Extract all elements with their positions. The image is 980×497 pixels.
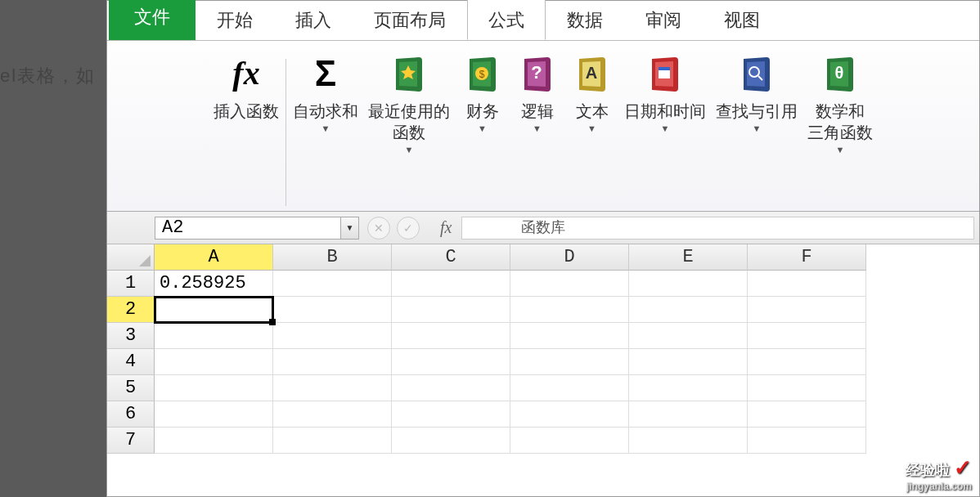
insert-function-label: 插入函数 bbox=[214, 101, 279, 122]
cell-c6[interactable] bbox=[392, 401, 510, 428]
cell-f3[interactable] bbox=[748, 323, 866, 349]
cell-b6[interactable] bbox=[273, 401, 392, 428]
row-header-4[interactable]: 4 bbox=[107, 349, 155, 375]
recent-label: 最近使用的 函数 bbox=[368, 101, 450, 143]
tab-insert[interactable]: 插入 bbox=[274, 0, 353, 40]
cell-c3[interactable] bbox=[392, 323, 510, 349]
cell-f1[interactable] bbox=[748, 271, 866, 297]
datetime-button[interactable]: 日期和时间 ▼ bbox=[619, 51, 711, 133]
text-button[interactable]: A 文本 ▼ bbox=[564, 51, 619, 133]
row-header-1[interactable]: 1 bbox=[107, 271, 155, 297]
cell-b1[interactable] bbox=[273, 271, 392, 297]
cell-b3[interactable] bbox=[273, 323, 392, 349]
chevron-down-icon: ▼ bbox=[405, 145, 414, 154]
spreadsheet: A B C D E F 1 0.258925 2 3 bbox=[107, 244, 979, 454]
svg-text:θ: θ bbox=[835, 64, 844, 82]
book-star-icon bbox=[387, 51, 432, 96]
tab-layout[interactable]: 页面布局 bbox=[353, 0, 467, 40]
cell-c2[interactable] bbox=[392, 297, 510, 323]
cell-a2[interactable] bbox=[155, 297, 273, 323]
svg-text:?: ? bbox=[531, 62, 542, 83]
book-calendar-icon bbox=[643, 51, 688, 96]
col-header-f[interactable]: F bbox=[748, 244, 866, 271]
row-header-5[interactable]: 5 bbox=[107, 375, 155, 401]
cell-f5[interactable] bbox=[748, 375, 866, 401]
cell-e7[interactable] bbox=[629, 428, 748, 454]
lookup-button[interactable]: 查找与引用 ▼ bbox=[711, 51, 802, 133]
chevron-down-icon: ▼ bbox=[321, 123, 330, 133]
cell-e6[interactable] bbox=[629, 401, 748, 428]
cell-e5[interactable] bbox=[629, 375, 748, 401]
cell-f2[interactable] bbox=[748, 297, 866, 323]
select-all-corner[interactable] bbox=[107, 244, 155, 271]
row-header-2[interactable]: 2 bbox=[107, 297, 155, 323]
excel-window: 文件 开始 插入 页面布局 公式 数据 审阅 视图 fx 插入函数 Σ bbox=[106, 0, 980, 497]
book-text-icon: A bbox=[569, 51, 614, 96]
insert-function-button[interactable]: fx 插入函数 bbox=[209, 51, 284, 122]
tab-review[interactable]: 审阅 bbox=[624, 0, 703, 40]
tab-formula[interactable]: 公式 bbox=[467, 0, 546, 40]
cell-c1[interactable] bbox=[392, 271, 510, 297]
cell-d4[interactable] bbox=[510, 349, 629, 375]
cell-a1[interactable]: 0.258925 bbox=[155, 271, 273, 297]
col-header-e[interactable]: E bbox=[629, 244, 748, 271]
cell-f6[interactable] bbox=[748, 401, 866, 428]
recent-functions-button[interactable]: 最近使用的 函数 ▼ bbox=[363, 51, 455, 154]
chevron-down-icon: ▼ bbox=[753, 123, 762, 133]
cell-e3[interactable] bbox=[629, 323, 748, 349]
cell-e1[interactable] bbox=[629, 271, 748, 297]
ribbon-tabs: 文件 开始 插入 页面布局 公式 数据 审阅 视图 bbox=[107, 1, 979, 40]
tab-home[interactable]: 开始 bbox=[196, 0, 274, 40]
tab-view[interactable]: 视图 bbox=[703, 0, 781, 40]
cell-a6[interactable] bbox=[155, 401, 273, 428]
cell-d7[interactable] bbox=[510, 428, 629, 454]
chevron-down-icon: ▼ bbox=[533, 123, 542, 133]
fx-icon: fx bbox=[224, 51, 269, 96]
lookup-label: 查找与引用 bbox=[716, 101, 798, 122]
cell-a4[interactable] bbox=[155, 349, 273, 375]
autosum-button[interactable]: Σ 自动求和 ▼ bbox=[288, 51, 363, 133]
cell-f4[interactable] bbox=[748, 349, 866, 375]
col-header-c[interactable]: C bbox=[392, 244, 510, 271]
cell-e2[interactable] bbox=[629, 297, 748, 323]
row-header-3[interactable]: 3 bbox=[107, 323, 155, 349]
book-search-icon bbox=[735, 51, 780, 96]
book-question-icon: ? bbox=[515, 51, 560, 96]
background-text: el表格，如 bbox=[0, 64, 96, 88]
cell-e4[interactable] bbox=[629, 349, 748, 375]
cell-a5[interactable] bbox=[155, 375, 273, 401]
cell-d3[interactable] bbox=[510, 323, 629, 349]
cell-b4[interactable] bbox=[273, 349, 392, 375]
logical-button[interactable]: ? 逻辑 ▼ bbox=[510, 51, 564, 133]
cell-c7[interactable] bbox=[392, 428, 510, 454]
financial-button[interactable]: $ 财务 ▼ bbox=[455, 51, 510, 133]
watermark: 经验啦 ✓ jingyanla.com bbox=[906, 455, 972, 492]
cell-b7[interactable] bbox=[273, 428, 392, 454]
cell-d5[interactable] bbox=[510, 375, 629, 401]
cell-b2[interactable] bbox=[273, 297, 392, 323]
col-header-d[interactable]: D bbox=[510, 244, 629, 271]
tab-file[interactable]: 文件 bbox=[109, 0, 196, 40]
cell-c5[interactable] bbox=[392, 375, 510, 401]
cell-d1[interactable] bbox=[510, 271, 629, 297]
math-button[interactable]: θ 数学和 三角函数 ▼ bbox=[802, 51, 878, 154]
cell-b5[interactable] bbox=[273, 375, 392, 401]
cell-a7[interactable] bbox=[155, 428, 273, 454]
col-header-b[interactable]: B bbox=[273, 244, 392, 271]
text-label: 文本 bbox=[576, 101, 609, 122]
cell-f7[interactable] bbox=[748, 428, 866, 454]
datetime-label: 日期和时间 bbox=[624, 101, 706, 122]
ribbon: fx 插入函数 Σ 自动求和 ▼ 最近使用的 函数 bbox=[107, 40, 979, 212]
cell-d6[interactable] bbox=[510, 401, 629, 428]
col-header-a[interactable]: A bbox=[155, 244, 273, 271]
row-header-6[interactable]: 6 bbox=[107, 401, 155, 428]
tab-data[interactable]: 数据 bbox=[546, 0, 624, 40]
row-header-7[interactable]: 7 bbox=[107, 428, 155, 454]
logical-label: 逻辑 bbox=[521, 101, 554, 122]
cell-a3[interactable] bbox=[155, 323, 273, 349]
cell-c4[interactable] bbox=[392, 349, 510, 375]
svg-rect-6 bbox=[659, 67, 670, 70]
watermark-main: 经验啦 bbox=[906, 462, 950, 478]
chevron-down-icon: ▼ bbox=[587, 123, 596, 133]
cell-d2[interactable] bbox=[510, 297, 629, 323]
